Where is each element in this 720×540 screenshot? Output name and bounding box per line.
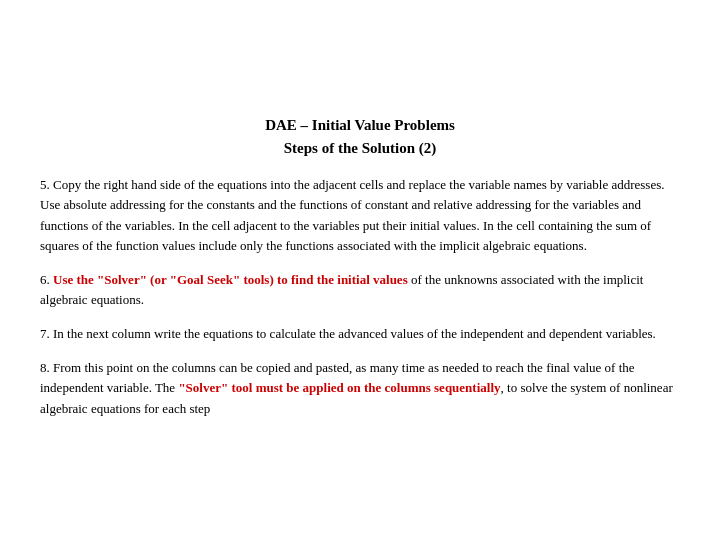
page-container: DAE – Initial Value Problems Steps of th… xyxy=(20,87,700,452)
sub-title: Steps of the Solution (2) xyxy=(40,140,680,157)
paragraph-5-text: 5. Copy the right hand side of the equat… xyxy=(40,177,665,252)
paragraph-8: 8. From this point on the columns can be… xyxy=(40,358,680,418)
paragraph-8-highlight: "Solver" tool must be applied on the col… xyxy=(178,380,500,395)
paragraph-7: 7. In the next column write the equation… xyxy=(40,324,680,344)
paragraph-6-prefix: 6. xyxy=(40,272,53,287)
main-title: DAE – Initial Value Problems xyxy=(40,117,680,134)
paragraph-5: 5. Copy the right hand side of the equat… xyxy=(40,175,680,256)
paragraph-6: 6. Use the "Solver" (or "Goal Seek" tool… xyxy=(40,270,680,310)
paragraph-7-text: 7. In the next column write the equation… xyxy=(40,326,656,341)
paragraph-6-highlight: Use the "Solver" (or "Goal Seek" tools) … xyxy=(53,272,408,287)
